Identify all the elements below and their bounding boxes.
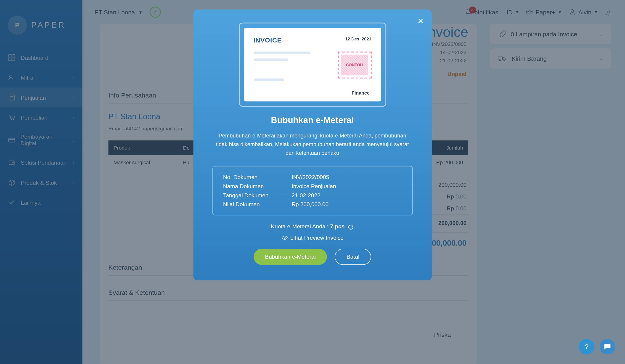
cancel-button[interactable]: Batal bbox=[335, 249, 371, 265]
info-value: Invoice Penjualan bbox=[291, 183, 336, 189]
info-key: Nilai Dokumen bbox=[223, 201, 275, 208]
info-row: No. Dokumen: INV/2022/0005 bbox=[223, 172, 402, 182]
quota-prefix: Kuota e-Meterai Anda : bbox=[271, 223, 330, 230]
info-value: INV/2022/0005 bbox=[291, 174, 329, 180]
info-key: No. Dokumen bbox=[223, 174, 275, 180]
preview-placeholder-line bbox=[253, 79, 284, 81]
preview-link-label: Lihat Preview Invoice bbox=[290, 234, 344, 241]
refresh-icon[interactable] bbox=[348, 224, 354, 230]
preview-date: 12 Des, 2021 bbox=[345, 36, 372, 41]
modal-description: Pembubuhan e-Meterai akan mengurangi kuo… bbox=[212, 131, 412, 157]
help-fab[interactable]: ? bbox=[579, 339, 594, 354]
info-key: Nama Dokumen bbox=[223, 183, 275, 189]
info-row: Nilai Dokumen: Rp 200,000.00 bbox=[223, 200, 402, 209]
help-icon: ? bbox=[585, 343, 589, 351]
quota-value: 7 pcs bbox=[330, 223, 344, 230]
chat-icon bbox=[603, 343, 611, 351]
info-value: 21-02-2022 bbox=[291, 192, 320, 198]
modal-overlay[interactable]: ✕ INVOICE 12 Des, 2021 CONTOH Finance Bu… bbox=[0, 0, 625, 364]
info-row: Nama Dokumen: Invoice Penjualan bbox=[223, 182, 402, 191]
svg-point-16 bbox=[284, 237, 285, 238]
invoice-preview-card: INVOICE 12 Des, 2021 CONTOH Finance bbox=[244, 28, 381, 101]
info-row: Tanggal Dokumen: 21-02-2022 bbox=[223, 191, 402, 200]
emeterai-modal: ✕ INVOICE 12 Des, 2021 CONTOH Finance Bu… bbox=[193, 10, 432, 280]
modal-title: Bubuhkan e-Meterai bbox=[212, 115, 412, 125]
preview-placeholder-line bbox=[253, 52, 310, 54]
close-button[interactable]: ✕ bbox=[417, 16, 424, 26]
info-value: Rp 200,000.00 bbox=[291, 201, 328, 208]
stamp-label: CONTOH bbox=[341, 55, 368, 75]
invoice-preview-frame: INVOICE 12 Des, 2021 CONTOH Finance bbox=[239, 23, 386, 107]
eye-icon bbox=[281, 234, 288, 241]
emeterai-stamp-icon: CONTOH bbox=[338, 52, 372, 79]
preview-placeholder-line bbox=[253, 59, 288, 61]
document-info-box: No. Dokumen: INV/2022/0005 Nama Dokumen:… bbox=[212, 166, 412, 215]
preview-finance-label: Finance bbox=[352, 90, 370, 95]
info-key: Tanggal Dokumen bbox=[223, 192, 275, 198]
quota-text: Kuota e-Meterai Anda : 7 pcs bbox=[212, 223, 412, 230]
chat-fab[interactable] bbox=[600, 339, 615, 354]
preview-invoice-link[interactable]: Lihat Preview Invoice bbox=[212, 234, 412, 241]
confirm-emeterai-button[interactable]: Bubuhkan e-Meterai bbox=[254, 249, 327, 265]
